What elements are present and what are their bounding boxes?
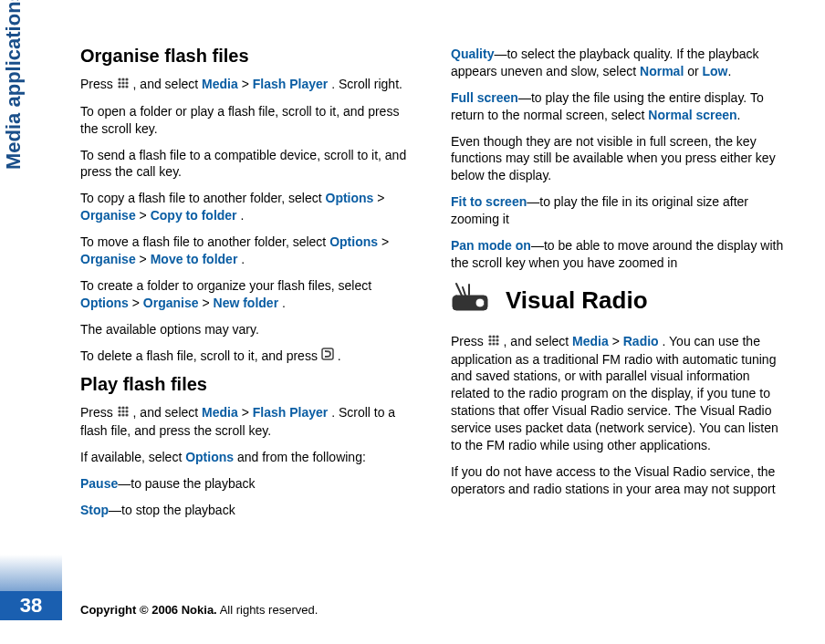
heading-visual-radio: Visual Radio — [451, 281, 788, 320]
text: , and select — [504, 334, 573, 348]
link-normal-screen: Normal screen — [648, 108, 736, 122]
footer: Copyright © 2006 Nokia. All rights reser… — [80, 603, 318, 617]
text: . — [240, 208, 244, 223]
svg-point-5 — [125, 81, 128, 84]
link-options: Options — [80, 296, 129, 310]
text: . — [241, 252, 245, 266]
text: , and select — [133, 77, 203, 91]
svg-point-28 — [492, 338, 495, 341]
svg-point-13 — [118, 410, 120, 413]
link-low: Low — [703, 64, 728, 78]
link-move-to-folder: Move to folder — [151, 252, 238, 266]
text: > — [242, 77, 253, 91]
paragraph: Quality—to select the playback quality. … — [451, 46, 788, 80]
svg-point-23 — [475, 298, 485, 307]
option-pause: Pause — [80, 476, 118, 491]
text: . — [728, 64, 732, 78]
text: , and select — [133, 405, 203, 420]
link-options: Options — [329, 234, 378, 249]
paragraph: Full screen—to play the file using the e… — [451, 89, 788, 124]
svg-point-26 — [496, 335, 498, 338]
copyright-bold: Copyright © 2006 Nokia. — [80, 603, 217, 617]
svg-point-30 — [488, 342, 491, 345]
text: and from the following: — [237, 450, 366, 464]
text: . — [338, 348, 341, 363]
link-copy-to-folder: Copy to folder — [151, 208, 237, 223]
clear-key-icon — [321, 348, 334, 365]
svg-line-19 — [456, 284, 462, 296]
svg-point-17 — [121, 414, 124, 417]
svg-point-32 — [496, 342, 498, 345]
option-stop: Stop — [80, 503, 109, 517]
paragraph: To move a flash file to another folder, … — [80, 234, 418, 268]
text: Press — [80, 405, 117, 420]
text: > — [140, 208, 151, 223]
text: > — [612, 334, 623, 348]
svg-point-4 — [121, 81, 124, 84]
text: To create a folder to organize your flas… — [80, 278, 371, 293]
section-label: Media applications — [2, 0, 26, 170]
link-options: Options — [185, 450, 234, 464]
svg-point-7 — [121, 85, 124, 88]
paragraph: To delete a flash file, scroll to it, an… — [80, 348, 418, 366]
option-pan-mode: Pan mode on — [451, 238, 531, 253]
svg-point-10 — [118, 407, 120, 410]
link-flash-player: Flash Player — [253, 405, 329, 420]
text: . Scroll right. — [331, 77, 402, 91]
text: To delete a flash file, scroll to it, an… — [80, 348, 321, 363]
page-number: 38 — [0, 591, 62, 620]
svg-point-3 — [118, 81, 120, 84]
paragraph: To create a folder to organize your flas… — [80, 277, 418, 312]
link-normal: Normal — [640, 64, 684, 78]
svg-point-8 — [125, 85, 128, 88]
text: . — [737, 108, 741, 122]
svg-point-25 — [492, 335, 495, 338]
menu-key-icon — [117, 77, 130, 94]
paragraph: The available options may vary. — [80, 321, 418, 338]
link-organise: Organise — [80, 252, 136, 266]
text: > — [377, 191, 384, 205]
paragraph: Press , and select Media > Flash Player … — [80, 404, 418, 440]
svg-point-15 — [125, 410, 128, 413]
svg-point-1 — [121, 78, 124, 80]
paragraph: If you do not have access to the Visual … — [451, 463, 788, 498]
heading-organise: Organise flash files — [80, 46, 418, 67]
text: If available, select — [80, 450, 185, 464]
paragraph: To send a flash file to a compatible dev… — [80, 147, 418, 182]
text: > — [202, 296, 213, 310]
svg-point-11 — [121, 407, 124, 410]
paragraph: Even though they are not visible in full… — [451, 133, 788, 185]
link-new-folder: New folder — [214, 296, 279, 310]
link-organise: Organise — [143, 296, 199, 310]
paragraph: Pause—to pause the playback — [80, 475, 418, 493]
heading-play: Play flash files — [80, 374, 418, 395]
svg-point-29 — [496, 338, 498, 341]
link-flash-player: Flash Player — [253, 77, 329, 91]
link-radio: Radio — [623, 334, 659, 348]
paragraph: Pan mode on—to be able to move around th… — [451, 237, 788, 272]
heading-text: Visual Radio — [506, 286, 648, 315]
svg-point-14 — [121, 410, 124, 413]
link-organise: Organise — [80, 208, 136, 223]
left-column: Organise flash files Press , and select … — [80, 46, 418, 589]
paragraph: To open a folder or play a flash file, s… — [80, 103, 418, 138]
option-full-screen: Full screen — [451, 90, 518, 105]
text: > — [140, 252, 151, 266]
svg-point-2 — [125, 78, 128, 80]
sidebar: Media applications 38 — [0, 0, 62, 644]
text: Press — [451, 334, 487, 348]
text: To move a flash file to another folder, … — [80, 234, 329, 249]
link-options: Options — [326, 191, 374, 205]
svg-point-27 — [488, 338, 491, 341]
paragraph: Fit to screen—to play the file in its or… — [451, 193, 788, 228]
link-media: Media — [202, 77, 238, 91]
link-media: Media — [202, 405, 238, 420]
radio-icon — [451, 281, 493, 320]
text: > — [381, 234, 389, 249]
svg-point-31 — [492, 342, 495, 345]
text: To copy a flash file to another folder, … — [80, 191, 326, 205]
text: . You can use the application as a tradi… — [451, 334, 778, 452]
paragraph: Press , and select Media > Flash Player … — [80, 76, 418, 94]
option-quality: Quality — [451, 47, 494, 61]
svg-point-16 — [118, 414, 120, 417]
